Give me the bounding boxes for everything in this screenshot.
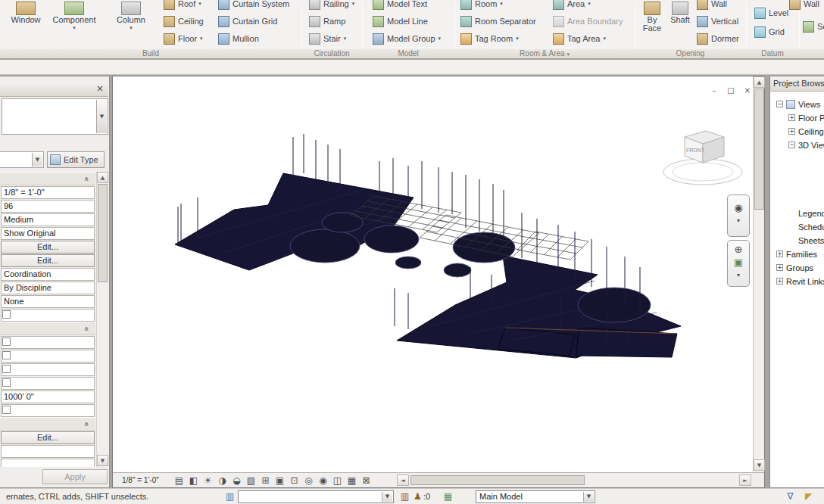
ceiling-button[interactable]: Ceiling: [162, 13, 215, 30]
close-icon[interactable]: ×: [95, 83, 105, 95]
edit-type-button[interactable]: Edit Type: [47, 151, 105, 168]
vertical-opening-button[interactable]: Vertical: [695, 13, 742, 30]
tag-room-button[interactable]: Tag Room ▾: [459, 30, 532, 47]
constraints-icon[interactable]: ⊠: [359, 474, 373, 487]
edit-button[interactable]: Edit...: [1, 254, 95, 267]
apply-button[interactable]: Apply: [42, 469, 108, 484]
tree-item-legends[interactable]: Legends: [788, 207, 824, 219]
model-text-button[interactable]: Model Text: [371, 0, 447, 12]
worksharing-icon[interactable]: ◫: [330, 474, 345, 487]
expand-icon[interactable]: +: [776, 250, 783, 257]
property-value-parts-visibility[interactable]: Show Original: [1, 227, 95, 240]
curtain-system-button[interactable]: Curtain System: [217, 0, 295, 12]
chevron-down-icon[interactable]: ▾: [728, 269, 749, 282]
scroll-right-icon[interactable]: ►: [739, 474, 751, 486]
design-options-icon[interactable]: ▦: [442, 491, 454, 502]
opening-by-face-button[interactable]: By Face: [639, 0, 665, 47]
column-button[interactable]: Column ▾: [109, 0, 153, 47]
restore-icon[interactable]: □: [725, 86, 737, 96]
property-value-show-hidden[interactable]: By Discipline: [1, 282, 95, 294]
crop-view-icon[interactable]: ⊞: [258, 474, 273, 487]
visual-style-icon[interactable]: ◧: [186, 474, 201, 487]
close-icon[interactable]: ×: [741, 86, 753, 96]
mullion-button[interactable]: Mullion: [217, 30, 295, 47]
checkbox[interactable]: [2, 378, 11, 387]
room-separator-button[interactable]: Room Separator: [459, 13, 547, 30]
area-button[interactable]: Area ▾: [551, 0, 601, 12]
curtain-grid-button[interactable]: Curtain Grid: [217, 13, 295, 30]
expand-icon[interactable]: [788, 223, 795, 230]
chevron-down-icon[interactable]: ▼: [583, 492, 594, 502]
checkbox[interactable]: [2, 406, 11, 414]
shaft-button[interactable]: Shaft: [666, 0, 694, 47]
worksharing-status-icon[interactable]: ▥: [399, 491, 410, 502]
property-value-detail-level[interactable]: Medium: [1, 213, 95, 226]
editing-requests-icon[interactable]: ♟: [412, 491, 423, 502]
scrollbar-thumb[interactable]: [98, 184, 108, 282]
active-workset-select[interactable]: ▼: [238, 490, 394, 503]
property-value-far-clip-offset[interactable]: 1000' 0": [1, 390, 95, 403]
room-button[interactable]: Room ▾: [459, 0, 512, 12]
checkbox[interactable]: [2, 338, 11, 346]
zoom-icon[interactable]: ⊕: [728, 243, 749, 256]
railing-button[interactable]: Railing ▾: [307, 0, 357, 12]
property-value-default-template[interactable]: None: [1, 295, 95, 308]
chevron-down-icon[interactable]: ▾: [728, 214, 749, 227]
select-icon[interactable]: ◤: [803, 491, 814, 502]
properties-scrollbar[interactable]: ▲ ▼: [96, 172, 108, 467]
chevron-down-icon[interactable]: ▼: [382, 492, 392, 502]
expand-icon[interactable]: +: [776, 278, 783, 285]
lock-view-icon[interactable]: ⊡: [287, 474, 301, 487]
tree-item-ceiling-plans[interactable]: + Ceiling Plans: [788, 125, 824, 138]
property-value-scale-number[interactable]: 96: [1, 200, 95, 213]
viewcube[interactable]: FRONT: [654, 123, 753, 193]
ramp-button[interactable]: Ramp: [307, 13, 357, 30]
window-button[interactable]: Window: [6, 0, 45, 47]
chevron-down-icon[interactable]: ▼: [32, 153, 42, 166]
property-section-header[interactable]: «: [0, 417, 95, 431]
properties-filter-combo[interactable]: ▼: [0, 151, 44, 168]
property-section-header[interactable]: «: [0, 322, 95, 335]
tree-item-families[interactable]: + Families: [776, 247, 817, 260]
scroll-up-icon[interactable]: ▲: [754, 76, 765, 88]
sun-settings-icon[interactable]: ◒: [229, 474, 244, 487]
orbit-icon[interactable]: ▣: [728, 256, 749, 269]
steering-wheel-icon[interactable]: ◉: [728, 201, 749, 214]
tag-area-button[interactable]: Tag Area ▾: [551, 30, 621, 47]
tree-item-sheets[interactable]: Sheets: [788, 234, 824, 247]
area-boundary-button[interactable]: Area Boundary: [551, 13, 632, 30]
checkbox[interactable]: [2, 365, 11, 373]
property-section-header[interactable]: «: [0, 172, 95, 185]
dormer-button[interactable]: Dormer: [695, 30, 742, 47]
property-value-scale[interactable]: 1/8" = 1'-0": [1, 186, 95, 199]
filter-icon[interactable]: ∇: [785, 491, 796, 502]
expand-icon[interactable]: [788, 210, 795, 216]
tree-item-views[interactable]: − Views: [776, 98, 820, 110]
reveal-hidden-icon[interactable]: ◉: [316, 474, 330, 487]
stair-button[interactable]: Stair ▾: [307, 30, 357, 47]
wall-opening-button[interactable]: Wall: [695, 0, 742, 12]
minimize-icon[interactable]: –: [708, 86, 720, 96]
tree-item-schedules[interactable]: Schedules: [788, 220, 824, 233]
floor-button[interactable]: Floor ▾: [162, 30, 215, 47]
collapse-icon[interactable]: −: [776, 101, 783, 107]
roof-button[interactable]: Roof ▾: [162, 0, 215, 12]
model-group-button[interactable]: Model Group ▾: [371, 30, 453, 47]
analytical-icon[interactable]: ▦: [345, 474, 359, 487]
show-crop-icon[interactable]: ▣: [273, 474, 287, 487]
property-value-discipline[interactable]: Coordination: [1, 268, 95, 281]
wall-button[interactable]: Wall: [788, 0, 824, 12]
scroll-down-icon[interactable]: ▼: [97, 455, 108, 466]
sun-path-icon[interactable]: ☀: [201, 474, 215, 487]
tree-item-floor-plans[interactable]: + Floor Plans: [788, 111, 824, 124]
room-area-panel-label[interactable]: Room & Area ▾: [454, 48, 635, 58]
set-work-plane-button[interactable]: Set: [801, 18, 824, 35]
component-button[interactable]: Component ▾: [48, 0, 100, 47]
scrollbar-thumb[interactable]: [410, 475, 585, 485]
checkbox[interactable]: [2, 310, 11, 319]
workset-icon[interactable]: ▥: [224, 491, 236, 502]
expand-icon[interactable]: +: [788, 128, 795, 135]
scroll-up-icon[interactable]: ▲: [97, 172, 108, 183]
collapse-icon[interactable]: −: [788, 142, 795, 148]
expand-icon[interactable]: [788, 237, 795, 244]
